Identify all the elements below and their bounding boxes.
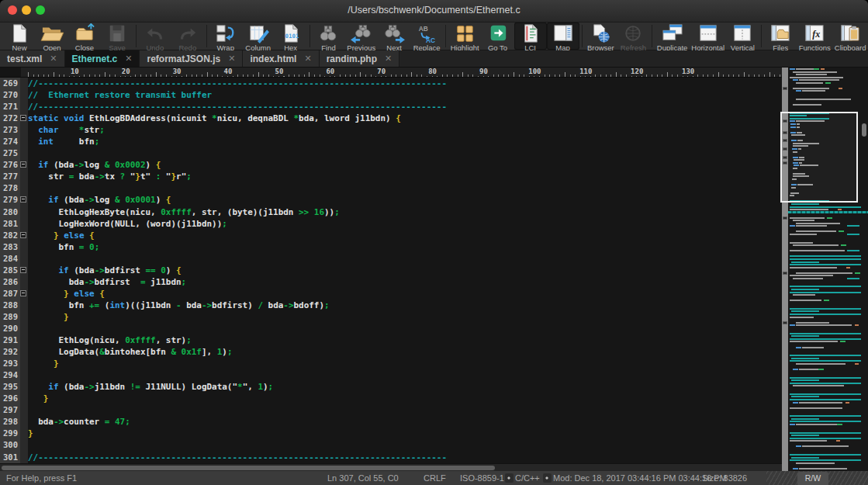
- fold-toggle-icon[interactable]: [20, 115, 26, 121]
- tab-close-icon[interactable]: ✕: [125, 54, 132, 64]
- code-line[interactable]: 301//-----------------------------------…: [0, 452, 782, 463]
- lci-button[interactable]: LCI: [514, 23, 547, 50]
- code-line[interactable]: 292 LogData(&bintohex[bfn & 0x1f], 1);: [0, 346, 782, 358]
- code-line[interactable]: 274 int bfn;: [0, 136, 782, 147]
- status-encoding[interactable]: ISO-8859-1: [460, 473, 504, 483]
- code-line[interactable]: 293 }: [0, 358, 782, 369]
- code-line[interactable]: 275: [0, 147, 782, 159]
- code-line[interactable]: 269//-----------------------------------…: [0, 78, 782, 89]
- ruler-number: 60: [323, 68, 337, 76]
- minimap-scrollbar-thumb[interactable]: [862, 123, 866, 137]
- replace-button[interactable]: ABACReplace: [410, 23, 443, 50]
- code-line[interactable]: 278: [0, 182, 782, 194]
- vertical-button[interactable]: Vertical: [726, 23, 759, 50]
- code-minimap[interactable]: [782, 68, 868, 471]
- read-write-badge[interactable]: R/W: [797, 472, 828, 485]
- code-line[interactable]: 283 bfn = 0;: [0, 241, 782, 253]
- encoding-stepper-icon[interactable]: [505, 473, 514, 483]
- tab-close-icon[interactable]: ✕: [50, 54, 57, 64]
- code-line[interactable]: 285 if (bda->bdfirst == 0) {: [0, 265, 782, 276]
- code-line[interactable]: 297: [0, 404, 782, 416]
- tab-close-icon[interactable]: ✕: [304, 54, 311, 64]
- minimap-fold-icon: [783, 217, 787, 220]
- code-line[interactable]: 296 }: [0, 393, 782, 404]
- code-line[interactable]: 271//-----------------------------------…: [0, 101, 782, 113]
- code-line[interactable]: 291 EthLog(nicu, 0xffff, str);: [0, 334, 782, 346]
- hex-button[interactable]: 0101Hex: [275, 23, 307, 50]
- code-line[interactable]: 277 str = bda->tx ? "}t" : "}r";: [0, 171, 782, 182]
- code-line[interactable]: 287 } else {: [0, 288, 782, 300]
- code-text: // Ethernet restore transmit buffer: [28, 89, 212, 101]
- code-line[interactable]: 279 if (bda->log & 0x0001) {: [0, 194, 782, 206]
- tab-index-html[interactable]: index.html✕: [243, 50, 319, 67]
- browser-button[interactable]: Browser: [584, 23, 617, 50]
- status-language[interactable]: C/C++: [515, 473, 540, 483]
- code-line[interactable]: 290: [0, 323, 782, 334]
- code-text: EthLog(nicu, 0xffff, str);: [28, 334, 192, 346]
- status-bar: For Help, press F1 Ln 307, Col 55, C0 CR…: [0, 471, 868, 485]
- code-line[interactable]: 273 char *str;: [0, 124, 782, 136]
- horizontal-button[interactable]: Horizontal: [690, 23, 726, 50]
- fold-toggle-icon[interactable]: [20, 161, 26, 168]
- goto-button[interactable]: Go To: [482, 23, 514, 50]
- line-number: 275: [0, 147, 20, 159]
- fold-toggle-icon[interactable]: [20, 232, 26, 238]
- close-icon: [71, 24, 98, 43]
- code-line[interactable]: 294: [0, 369, 782, 381]
- next-button[interactable]: Next: [378, 23, 410, 50]
- column-button[interactable]: Column: [242, 23, 275, 50]
- code-line[interactable]: 280 EthLogHexByte(nicu, 0xffff, str, (by…: [0, 206, 782, 218]
- open-button[interactable]: Open: [36, 23, 68, 50]
- code-line[interactable]: 288 bfn += (int)((j11bdn - bda->bdfirst)…: [0, 300, 782, 311]
- code-line[interactable]: 276 if (bda->log & 0x0002) {: [0, 159, 782, 171]
- code-line[interactable]: 300: [0, 439, 782, 451]
- clipboard-button[interactable]: Clipboard: [832, 23, 868, 50]
- new-button[interactable]: New: [3, 23, 36, 50]
- tab-close-icon[interactable]: ✕: [228, 54, 235, 64]
- line-number: 288: [0, 300, 20, 311]
- previous-button[interactable]: Previous: [344, 23, 378, 50]
- close-button[interactable]: Close: [68, 23, 101, 50]
- line-number: 301: [0, 452, 20, 463]
- find-button[interactable]: Find: [312, 23, 344, 50]
- horizontal-scrollbar-thumb[interactable]: [2, 466, 495, 470]
- tab-close-icon[interactable]: ✕: [385, 54, 392, 64]
- code-editor[interactable]: 269//-----------------------------------…: [0, 78, 782, 463]
- tab-ethernet-c[interactable]: Ethernet.c✕: [65, 50, 140, 67]
- fold-toggle-icon[interactable]: [20, 196, 26, 203]
- status-size: Size: 83826: [702, 473, 747, 483]
- code-line[interactable]: 298 bda->counter = 47;: [0, 416, 782, 428]
- files-button[interactable]: Files: [764, 23, 797, 50]
- code-line[interactable]: 282 } else {: [0, 230, 782, 241]
- code-line[interactable]: 270// Ethernet restore transmit buffer: [0, 89, 782, 101]
- fold-column: [20, 381, 28, 393]
- language-stepper-icon[interactable]: [543, 473, 552, 483]
- tab-test-xml[interactable]: test.xml✕: [0, 50, 65, 67]
- code-line[interactable]: 272static void EthLogBDAddress(nicunit *…: [0, 113, 782, 124]
- tab-randim-php[interactable]: randim.php✕: [320, 50, 400, 67]
- code-line[interactable]: 286 bda->bdfirst = j11bdn;: [0, 276, 782, 288]
- minimap-viewport-rect[interactable]: [780, 112, 858, 203]
- minimap-line-mark: [799, 468, 847, 469]
- line-number: 283: [0, 241, 20, 253]
- line-number: 286: [0, 276, 20, 288]
- fold-column: [20, 334, 28, 346]
- code-line[interactable]: 299}: [0, 428, 782, 439]
- fold-column: [20, 78, 28, 89]
- code-line[interactable]: 284: [0, 253, 782, 265]
- code-line[interactable]: 281 LogHexWord(NULL, (word)(j11bdn));: [0, 218, 782, 230]
- duplicate-button[interactable]: Duplicate: [655, 23, 690, 50]
- fold-toggle-icon[interactable]: [20, 290, 26, 296]
- undo-button: Undo: [139, 23, 171, 50]
- line-number: 290: [0, 323, 20, 334]
- fold-column: [20, 241, 28, 253]
- wrap-button[interactable]: Wrap: [209, 23, 242, 50]
- tab-reformatjson-js[interactable]: reformatJSON.js✕: [140, 50, 243, 67]
- code-line[interactable]: 295 if (bda->j11bdn != J11NULL) LogData(…: [0, 381, 782, 393]
- highlight-button[interactable]: Highlight: [448, 23, 482, 50]
- functions-button[interactable]: fxFunctions: [797, 23, 832, 50]
- map-button[interactable]: Map: [547, 23, 579, 50]
- line-number: 295: [0, 381, 20, 393]
- code-line[interactable]: 289 }: [0, 311, 782, 323]
- fold-toggle-icon[interactable]: [20, 267, 26, 273]
